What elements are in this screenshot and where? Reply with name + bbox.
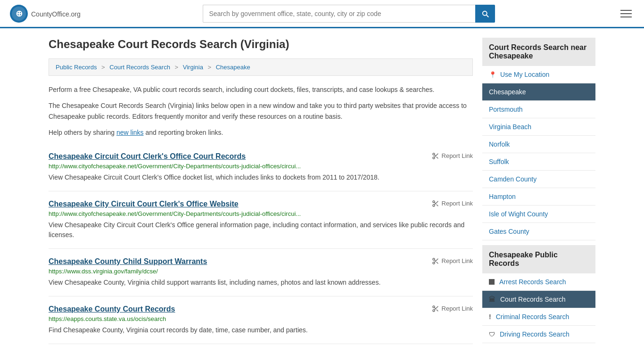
- record-url: https://www.dss.virginia.gov/family/dcse…: [49, 268, 473, 275]
- public-records-list: Arrest Records Search 🏛 Court Records Se…: [482, 273, 595, 343]
- square-icon: [489, 279, 495, 285]
- search-area: [203, 5, 495, 23]
- svg-line-11: [436, 204, 438, 206]
- location-pin-icon: 📍: [489, 71, 496, 78]
- breadcrumb-public-records[interactable]: Public Records: [56, 64, 97, 71]
- breadcrumb-court-records[interactable]: Court Records Search: [109, 64, 170, 71]
- svg-line-21: [436, 309, 438, 311]
- svg-line-7: [434, 155, 436, 156]
- search-button[interactable]: [475, 5, 495, 23]
- logo-brand: CountyOffice.org: [31, 8, 81, 19]
- sidebar-location-item[interactable]: Camden County: [482, 171, 595, 188]
- report-link-button[interactable]: Report Link: [432, 200, 473, 207]
- sidebar-location-item[interactable]: Chesapeake: [482, 83, 595, 101]
- svg-point-13: [433, 258, 435, 260]
- description-3: Help others by sharing new links and rep…: [49, 127, 473, 138]
- svg-line-6: [436, 156, 438, 158]
- record-url: http://www.cityofchesapeake.net/Governme…: [49, 163, 473, 170]
- svg-text:⊕: ⊕: [16, 9, 23, 18]
- record-item-header: Chesapeake County Court Records Report L…: [49, 305, 473, 313]
- hamburger-line-2: [620, 13, 632, 14]
- svg-line-12: [434, 202, 436, 204]
- main-container: Chesapeake Court Records Search (Virgini…: [39, 28, 605, 354]
- sidebar-location-item[interactable]: Gates County: [482, 223, 595, 240]
- record-item: Chesapeake City Circuit Court Clerk's Of…: [49, 191, 473, 249]
- public-record-sidebar-item[interactable]: 🛡 Driving Records Search: [482, 326, 595, 343]
- sidebar-location-item[interactable]: Virginia Beach: [482, 118, 595, 136]
- breadcrumb-sep-2: >: [175, 64, 179, 71]
- building-icon: 🏛: [489, 296, 495, 303]
- record-title[interactable]: Chesapeake City Circuit Court Clerk's Of…: [49, 200, 239, 208]
- description-2: The Chesapeake Court Records Search (Vir…: [49, 100, 473, 122]
- report-link-label: Report Link: [442, 200, 473, 207]
- page-title: Chesapeake Court Records Search (Virgini…: [49, 38, 473, 51]
- breadcrumb-chesapeake[interactable]: Chesapeake: [216, 64, 250, 71]
- description-1: Perform a free Chesapeake, VA public cou…: [49, 84, 473, 95]
- header: ⊕ CountyOffice.org: [0, 0, 644, 28]
- sidebar-location-item[interactable]: Suffolk: [482, 153, 595, 171]
- record-item: Chesapeake County Court Records Report L…: [49, 296, 473, 344]
- public-record-link[interactable]: Arrest Records Search: [499, 278, 566, 286]
- record-title[interactable]: Chesapeake County Court Records: [49, 305, 175, 313]
- svg-point-14: [433, 262, 435, 264]
- hamburger-line-3: [620, 16, 632, 17]
- report-link-button[interactable]: Report Link: [432, 305, 473, 313]
- svg-point-4: [433, 157, 435, 159]
- search-icon: [481, 9, 489, 18]
- svg-point-9: [433, 205, 435, 206]
- svg-line-16: [436, 262, 438, 263]
- public-record-sidebar-item[interactable]: Arrest Records Search: [482, 273, 595, 291]
- record-item: Chesapeake Circuit Court Clerk's Office …: [49, 144, 473, 191]
- record-desc: View Chesapeake Circuit Court Clerk's Of…: [49, 173, 473, 182]
- shield-icon: 🛡: [489, 331, 495, 338]
- record-item-header: Chesapeake Circuit Court Clerk's Office …: [49, 152, 473, 161]
- public-record-sidebar-item[interactable]: ! Criminal Records Search: [482, 308, 595, 326]
- svg-line-17: [434, 260, 436, 261]
- sidebar-location-item[interactable]: Portsmouth: [482, 101, 595, 118]
- svg-point-3: [433, 153, 435, 155]
- scissors-icon: [432, 200, 439, 207]
- public-record-link[interactable]: Criminal Records Search: [496, 313, 570, 321]
- breadcrumb: Public Records > Court Records Search > …: [49, 58, 473, 76]
- record-title[interactable]: Chesapeake County Child Support Warrants: [49, 257, 207, 266]
- use-my-location-link[interactable]: Use My Location: [500, 71, 549, 78]
- logo-suffix: .org: [69, 10, 81, 18]
- hamburger-line-1: [620, 10, 632, 11]
- sidebar-section-1-title: Court Records Search near Chesapeake: [482, 38, 595, 66]
- breadcrumb-virginia[interactable]: Virginia: [183, 64, 203, 71]
- logo-name-text: CountyOffice: [31, 10, 69, 18]
- scissors-icon: [432, 257, 439, 265]
- report-link-label: Report Link: [442, 152, 473, 159]
- breadcrumb-sep-3: >: [208, 64, 212, 71]
- public-record-sidebar-item[interactable]: 🏛 Court Records Search: [482, 291, 595, 308]
- record-url: https://eapps.courts.state.va.us/ocis/se…: [49, 315, 473, 322]
- sidebar-location-item[interactable]: Hampton: [482, 188, 595, 206]
- logo-area: ⊕ CountyOffice.org: [9, 4, 81, 23]
- sidebar-location-item[interactable]: Isle of Wight County: [482, 206, 595, 223]
- report-link-label: Report Link: [442, 305, 473, 312]
- record-desc: View Chesapeake City Circuit Court Clerk…: [49, 220, 473, 240]
- sidebar-section-2-title: Chesapeake Public Records: [482, 245, 595, 273]
- record-item-header: Chesapeake County Child Support Warrants…: [49, 257, 473, 266]
- exclaim-icon: !: [489, 313, 491, 321]
- records-list: Chesapeake Circuit Court Clerk's Office …: [49, 144, 473, 344]
- svg-line-22: [434, 307, 436, 309]
- report-link-button[interactable]: Report Link: [432, 152, 473, 160]
- content-area: Chesapeake Court Records Search (Virgini…: [49, 38, 473, 344]
- scissors-icon: [432, 305, 439, 313]
- nearby-locations-list: ChesapeakePortsmouthVirginia BeachNorfol…: [482, 83, 595, 240]
- sidebar-location-item[interactable]: Norfolk: [482, 136, 595, 153]
- public-record-link[interactable]: Driving Records Search: [500, 330, 570, 338]
- record-desc: Find Chesapeake County, Virginia court r…: [49, 325, 473, 335]
- record-title[interactable]: Chesapeake Circuit Court Clerk's Office …: [49, 152, 246, 161]
- report-link-button[interactable]: Report Link: [432, 257, 473, 265]
- record-item-header: Chesapeake City Circuit Court Clerk's Of…: [49, 200, 473, 208]
- public-record-link[interactable]: Court Records Search: [500, 296, 566, 303]
- search-input[interactable]: [203, 5, 475, 23]
- sidebar: Court Records Search near Chesapeake 📍 U…: [482, 38, 595, 344]
- hamburger-menu-button[interactable]: [618, 7, 635, 20]
- new-links-link[interactable]: new links: [116, 129, 144, 136]
- scissors-icon: [432, 152, 439, 160]
- use-my-location-item[interactable]: 📍 Use My Location: [482, 66, 595, 83]
- logo-icon: ⊕: [9, 4, 28, 23]
